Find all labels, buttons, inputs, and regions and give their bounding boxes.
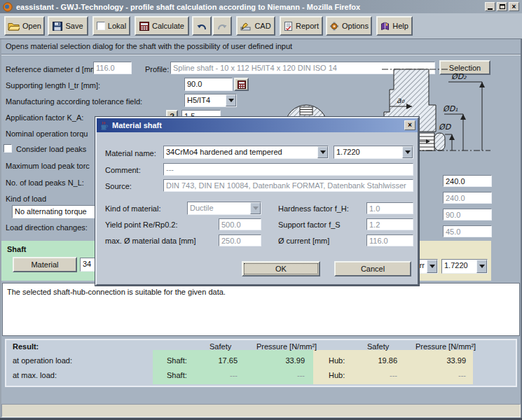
supporting-length-field[interactable]: 90.0 bbox=[184, 78, 233, 91]
hub-dimension-field-3: 90.0 bbox=[443, 209, 492, 220]
dim-d2-label: ØD₂ bbox=[451, 72, 467, 81]
hub-material-name-value: rr bbox=[420, 261, 425, 270]
report-button[interactable]: Report bbox=[280, 16, 323, 36]
nominal-torque-label: Nominal operation torqu bbox=[6, 129, 88, 139]
dim-d-label: ØD bbox=[439, 122, 452, 132]
consider-load-peaks-checkbox[interactable] bbox=[4, 144, 12, 153]
no-load-peaks-label: No. of load peaks N_L: bbox=[6, 178, 84, 188]
close-button[interactable]: × bbox=[509, 2, 519, 11]
reference-diameter-field: 116.0 bbox=[93, 62, 132, 74]
shaft-pressure-header: Pressure [N/mm²] bbox=[256, 342, 317, 351]
dialog-titlebar[interactable]: Material shaft × bbox=[97, 118, 418, 132]
report-document-icon bbox=[284, 22, 293, 31]
toolbar: Open Save Lokal Calculate bbox=[0, 13, 522, 39]
hub-material-number-dropdown[interactable]: 1.7220 bbox=[441, 259, 488, 274]
gear-icon bbox=[329, 22, 339, 31]
material-number-dropdown[interactable]: 1.7220 bbox=[334, 146, 413, 159]
cancel-button[interactable]: Cancel bbox=[334, 261, 411, 276]
hub-dimension-field-1[interactable]: 240.0 bbox=[443, 175, 492, 187]
minimize-button[interactable] bbox=[485, 2, 495, 11]
comment-field: --- bbox=[163, 163, 413, 176]
chevron-down-icon bbox=[402, 146, 413, 158]
hub-row-label: Hub: bbox=[329, 370, 345, 380]
window-titlebar: eassistant - GWJ-Technology - profile sh… bbox=[0, 0, 522, 13]
status-hint: Opens material selection dialog for the … bbox=[6, 39, 496, 54]
help-button[interactable]: Help bbox=[376, 16, 413, 36]
hub-material-number-value: 1.7220 bbox=[444, 261, 468, 270]
application-factor-label: Application factor K_A: bbox=[6, 113, 83, 122]
help-button-label: Help bbox=[392, 22, 408, 30]
calculate-button[interactable]: Calculate bbox=[135, 16, 189, 36]
minimize-icon bbox=[488, 8, 493, 10]
shaft-material-button[interactable]: Material bbox=[13, 257, 77, 272]
chevron-down-icon bbox=[317, 146, 328, 158]
material-name-dropdown[interactable]: 34CrMo4 hardened and tempered bbox=[163, 146, 329, 159]
dialog-close-button[interactable]: × bbox=[404, 120, 415, 130]
hub-safety-value: --- bbox=[350, 370, 397, 380]
material-shaft-dialog: Material shaft × Material name: 34CrMo4 … bbox=[95, 117, 419, 286]
ok-button[interactable]: OK bbox=[242, 261, 320, 276]
lokal-label: Lokal bbox=[108, 22, 126, 30]
save-floppy-icon bbox=[53, 22, 62, 31]
undo-button[interactable] bbox=[192, 16, 212, 36]
result-panel: Result: Safety Pressure [N/mm²] Safety P… bbox=[5, 339, 517, 387]
hub-row-label: Hub: bbox=[329, 356, 345, 365]
max-load-peak-label: Maximum load peak torc bbox=[6, 161, 90, 171]
kind-of-load-value: No alternating torque bbox=[15, 207, 87, 216]
reference-diameter-label: Reference diameter d [mm]: bbox=[6, 64, 101, 74]
calculator-icon bbox=[139, 22, 149, 31]
save-button[interactable]: Save bbox=[48, 16, 88, 36]
yield-point-label: Yield point Re/Rp0.2: bbox=[105, 220, 178, 230]
support-factor-field: 1.2 bbox=[366, 218, 413, 230]
profile-label: Profile: bbox=[145, 64, 169, 74]
current-diameter-label: Ø current [mm] bbox=[278, 236, 329, 246]
chevron-down-icon bbox=[427, 260, 437, 273]
firefox-icon bbox=[3, 2, 13, 12]
source-label: Source: bbox=[105, 181, 132, 191]
shaft-row-label: Shaft: bbox=[167, 356, 187, 365]
hub-pressure-value: --- bbox=[418, 370, 466, 380]
close-icon: × bbox=[408, 122, 412, 129]
redo-button bbox=[212, 16, 232, 36]
shaft-pressure-value: --- bbox=[257, 370, 305, 380]
kind-of-load-label: Kind of load bbox=[6, 194, 46, 204]
max-material-diameter-field: 250.0 bbox=[219, 234, 261, 246]
lokal-toggle[interactable]: Lokal bbox=[92, 16, 130, 36]
hub-safety-value: 19.86 bbox=[350, 356, 397, 365]
hardness-factor-label: Hardness factor f_H: bbox=[278, 204, 349, 214]
chevron-down-icon bbox=[476, 260, 487, 273]
max-material-diameter-label: max. Ø material data [mm] bbox=[105, 236, 196, 246]
cad-button-label: CAD bbox=[254, 22, 270, 30]
chevron-down-icon bbox=[226, 94, 236, 106]
options-button-label: Options bbox=[342, 22, 369, 30]
calculator-small-icon bbox=[238, 80, 246, 89]
material-name-value: 34CrMo4 hardened and tempered bbox=[166, 148, 282, 156]
chevron-down-icon bbox=[250, 202, 261, 214]
supporting-length-label: Supporting length l_tr [mm]: bbox=[6, 80, 100, 90]
result-row-label: at max. load: bbox=[13, 370, 57, 380]
report-button-label: Report bbox=[296, 22, 319, 30]
hub-dimension-field-4: 45.0 bbox=[443, 225, 492, 237]
lokal-checkbox[interactable] bbox=[97, 22, 105, 30]
shaft-safety-value: 17.65 bbox=[190, 356, 238, 365]
shaft-section-title: Shaft bbox=[7, 244, 27, 254]
hub-pressure-value: 33.99 bbox=[418, 356, 466, 365]
material-name-label: Material name: bbox=[105, 148, 156, 158]
options-button[interactable]: Options bbox=[326, 16, 372, 36]
cad-pencil-icon bbox=[240, 22, 252, 31]
tolerance-dropdown[interactable]: H5/IT4 bbox=[184, 94, 237, 107]
yield-point-field: 500.0 bbox=[219, 218, 261, 230]
proposal-calculator-button[interactable] bbox=[234, 78, 249, 91]
open-button[interactable]: Open bbox=[4, 16, 45, 36]
java-cup-icon bbox=[99, 121, 109, 130]
dim-d1-label: ØD₁ bbox=[443, 104, 458, 113]
kind-of-material-label: Kind of material: bbox=[105, 204, 160, 214]
cad-button[interactable]: CAD bbox=[236, 16, 275, 36]
maximize-button[interactable] bbox=[497, 2, 507, 11]
hub-dimension-field-2: 240.0 bbox=[443, 192, 492, 204]
support-factor-label: Support factor f_S bbox=[278, 220, 341, 230]
message-area[interactable]: The selected shaft-hub-connection is sui… bbox=[2, 283, 520, 336]
open-folder-icon bbox=[8, 22, 20, 31]
dim-a0-label: a₀ bbox=[397, 96, 405, 105]
undo-icon bbox=[196, 22, 207, 31]
